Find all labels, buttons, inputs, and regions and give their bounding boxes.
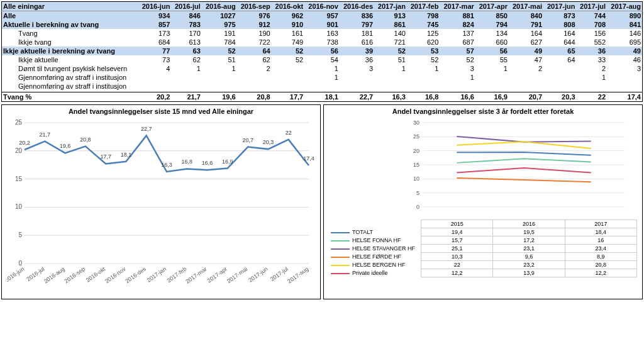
- svg-text:20,2: 20,2: [19, 140, 30, 146]
- svg-text:16,8: 16,8: [182, 159, 193, 165]
- col-header: 2016-sep: [237, 2, 272, 11]
- svg-text:0: 0: [416, 204, 419, 210]
- svg-text:17,7: 17,7: [100, 153, 111, 160]
- svg-text:20: 20: [413, 148, 419, 154]
- svg-text:2016-jun: 2016-jun: [7, 265, 25, 283]
- chart-left-title: Andel tvangsinnleggelser siste 15 mnd ve…: [7, 108, 315, 115]
- svg-text:2017-apr: 2017-apr: [206, 265, 228, 284]
- chart-right: Andel tvangsinnleggelser siste 3 år ford…: [323, 104, 643, 299]
- svg-text:25: 25: [15, 119, 23, 126]
- col-header: Alle einingar: [2, 2, 138, 11]
- svg-text:21,7: 21,7: [40, 131, 51, 138]
- svg-text:18,1: 18,1: [121, 152, 132, 158]
- svg-text:10: 10: [413, 175, 419, 182]
- col-header: 2016-okt: [272, 2, 304, 11]
- svg-text:2016-aug: 2016-aug: [43, 265, 66, 284]
- svg-text:16,6: 16,6: [202, 160, 213, 166]
- col-header: 2017-apr: [475, 2, 509, 11]
- svg-text:5: 5: [416, 190, 419, 196]
- svg-text:15: 15: [413, 162, 419, 168]
- svg-text:20,8: 20,8: [80, 136, 91, 143]
- svg-text:22: 22: [286, 130, 292, 136]
- data-table: Alle einingar2016-jun2016-jul2016-aug201…: [1, 1, 643, 102]
- col-header: 2016-aug: [202, 2, 237, 11]
- col-header: 2017-jan: [374, 2, 407, 11]
- col-header: 2016-nov: [304, 2, 340, 11]
- col-header: 2017-jul: [577, 2, 608, 11]
- svg-text:22,7: 22,7: [141, 126, 152, 132]
- svg-text:16,3: 16,3: [161, 162, 172, 168]
- chart-left: Andel tvangsinnleggelser siste 15 mnd ve…: [1, 104, 321, 299]
- svg-text:5: 5: [18, 231, 22, 238]
- svg-text:2016-des: 2016-des: [124, 265, 147, 284]
- svg-text:2017-mar: 2017-mar: [184, 265, 208, 284]
- svg-text:20,7: 20,7: [242, 137, 253, 143]
- svg-text:15: 15: [15, 175, 23, 182]
- svg-text:2016-nov: 2016-nov: [104, 265, 127, 284]
- svg-text:10: 10: [15, 203, 23, 210]
- svg-text:2017-jan: 2017-jan: [146, 265, 167, 283]
- svg-text:20: 20: [15, 147, 23, 154]
- svg-text:2017-mai: 2017-mai: [226, 265, 248, 284]
- svg-text:30: 30: [413, 120, 419, 126]
- col-header: 2017-aug: [607, 2, 642, 11]
- svg-text:17,4: 17,4: [303, 155, 314, 162]
- col-header: 2017-mar: [440, 2, 475, 11]
- svg-text:2017-jun: 2017-jun: [247, 265, 269, 283]
- col-header: 2017-feb: [407, 2, 440, 11]
- svg-text:20,3: 20,3: [263, 139, 274, 145]
- svg-text:2016-okt: 2016-okt: [85, 265, 107, 284]
- svg-text:2017-aug: 2017-aug: [286, 265, 309, 284]
- col-header: 2017-mai: [509, 2, 543, 11]
- svg-text:16,9: 16,9: [222, 159, 233, 165]
- svg-text:2017-feb: 2017-feb: [166, 265, 188, 284]
- chart-right-legend: 201520162017TOTALT19,419,518,4HELSE FONN…: [329, 220, 637, 277]
- col-header: 2017-jun: [543, 2, 576, 11]
- chart-right-title: Andel tvangsinnleggelser siste 3 år ford…: [329, 108, 637, 115]
- svg-text:19,6: 19,6: [60, 143, 71, 149]
- svg-text:2016-sep: 2016-sep: [64, 265, 86, 284]
- svg-text:25: 25: [413, 133, 419, 140]
- svg-text:0: 0: [18, 260, 22, 267]
- col-header: 2016-des: [340, 2, 374, 11]
- col-header: 2016-jun: [138, 2, 171, 11]
- col-header: 2016-jul: [171, 2, 202, 11]
